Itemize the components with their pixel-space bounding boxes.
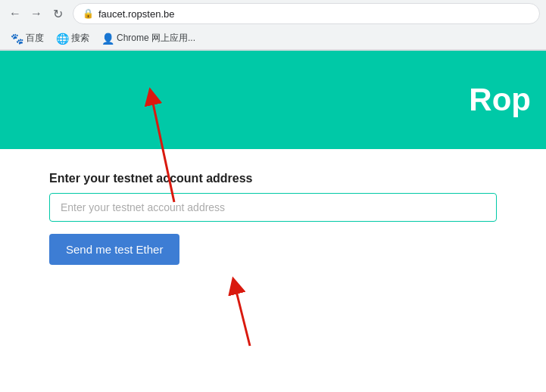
browser-toolbar: ← → ↻ 🔒 faucet.ropsten.be [0,0,546,27]
form-label: Enter your testnet account address [49,172,497,185]
baidu-icon: 🐾 [11,33,23,45]
address-input[interactable] [49,193,497,222]
page-content: Rop Enter your testnet account address S… [0,51,546,392]
submit-button[interactable]: Send me test Ether [49,234,179,265]
hero-title: Rop [469,82,531,118]
bookmark-baidu[interactable]: 🐾 百度 [6,30,48,47]
bookmark-search[interactable]: 🌐 搜索 [51,30,94,47]
main-content: Enter your testnet account address Send … [0,149,546,288]
baidu-label: 百度 [26,32,44,45]
nav-buttons: ← → ↻ [6,5,67,23]
bookmark-chrome-apps[interactable]: 👤 Chrome 网上应用... [97,30,200,47]
url-text: faucet.ropsten.be [98,8,174,20]
svg-line-3 [235,285,250,346]
address-bar[interactable]: 🔒 faucet.ropsten.be [73,3,540,24]
search-label: 搜索 [71,32,89,45]
browser-chrome: ← → ↻ 🔒 faucet.ropsten.be 🐾 百度 🌐 搜索 👤 Ch… [0,0,546,51]
hero-banner: Rop [0,51,546,149]
reload-button[interactable]: ↻ [48,5,67,23]
forward-button[interactable]: → [27,5,45,23]
search-icon: 🌐 [56,33,69,45]
lock-icon: 🔒 [83,8,94,19]
chrome-apps-label: Chrome 网上应用... [117,32,195,45]
bookmarks-bar: 🐾 百度 🌐 搜索 👤 Chrome 网上应用... [0,27,546,50]
chrome-apps-icon: 👤 [101,33,114,45]
back-button[interactable]: ← [6,5,24,23]
